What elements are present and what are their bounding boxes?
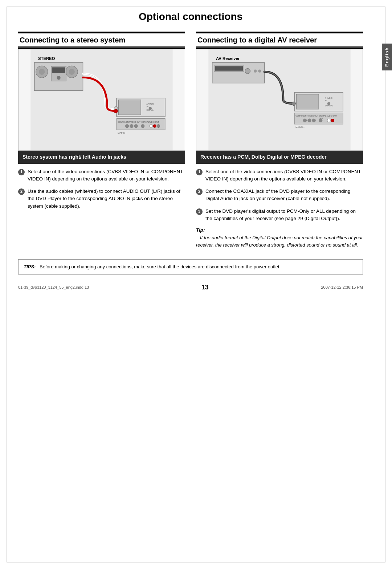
- svg-point-36: [254, 70, 257, 73]
- svg-point-27: [153, 125, 156, 127]
- svg-text:AUDIO OUT: AUDIO OUT: [327, 115, 337, 117]
- stereo-diagram: STEREO A AUDIO: [18, 49, 185, 151]
- svg-rect-8: [52, 67, 65, 73]
- tips-text: Before making or changing any connection…: [40, 264, 281, 269]
- footer-left: 01-39_dvp3120_3124_55_eng2.indd 13: [18, 285, 89, 289]
- right-step-2-text: Connect the COAXIAL jack of the DVD play…: [205, 188, 363, 203]
- svg-point-37: [258, 70, 261, 73]
- left-column: Connecting to a stereo system STEREO: [18, 32, 185, 248]
- svg-text:MAINS ~: MAINS ~: [295, 126, 305, 128]
- svg-rect-18: [117, 118, 165, 130]
- svg-point-28: [157, 125, 160, 127]
- right-step-1-text: Select one of the video connections (CVB…: [205, 168, 363, 183]
- av-diagram-svg: AV Receiver A AUDIO IN COAXIAL: [196, 49, 363, 150]
- svg-text:IN: IN: [325, 99, 327, 102]
- right-step-number-3: 3: [196, 208, 203, 215]
- tips-label: TIPS:: [24, 264, 36, 269]
- right-step-3: 3 Set the DVD player's digital output to…: [196, 208, 363, 223]
- right-callout: Receiver has a PCM, Dolby Digital or MPE…: [196, 151, 363, 164]
- page-number: 13: [201, 284, 209, 291]
- svg-point-4: [39, 69, 45, 75]
- svg-point-22: [134, 124, 138, 128]
- svg-point-21: [130, 124, 133, 128]
- svg-text:COMPONENT VIDEO OUT: COMPONENT VIDEO OUT: [118, 121, 141, 123]
- svg-point-49: [312, 118, 316, 122]
- svg-point-55: [331, 119, 334, 122]
- svg-rect-11: [118, 100, 141, 115]
- left-section-heading: Connecting to a stereo system: [18, 32, 185, 48]
- step-number-1: 1: [18, 169, 25, 175]
- left-step-1: 1 Select one of the video connections (C…: [18, 168, 185, 183]
- svg-text:AUDIO OUT: AUDIO OUT: [149, 121, 159, 123]
- svg-point-52: [319, 118, 322, 122]
- svg-text:MAINS ~: MAINS ~: [118, 131, 127, 134]
- svg-point-9: [57, 76, 60, 80]
- stereo-diagram-svg: STEREO A AUDIO: [19, 49, 185, 150]
- svg-point-26: [150, 125, 152, 127]
- svg-point-44: [292, 102, 295, 105]
- right-section-heading: Connecting to a digital AV receiver: [196, 32, 363, 48]
- right-column: Connecting to a digital AV receiver AV R…: [196, 32, 363, 248]
- svg-text:A AUDIO: A AUDIO: [325, 97, 333, 99]
- right-step-2: 2 Connect the COAXIAL jack of the DVD pl…: [196, 188, 363, 203]
- left-steps: 1 Select one of the video connections (C…: [18, 168, 185, 210]
- svg-point-15: [149, 107, 152, 110]
- left-step-2-text: Use the audio cables (white/red) to conn…: [28, 188, 185, 210]
- av-receiver-diagram: AV Receiver A AUDIO IN COAXIAL: [196, 49, 363, 151]
- footer-right: 2007-12-12 2:36:15 PM: [321, 285, 363, 289]
- left-step-2: 2 Use the audio cables (white/red) to co…: [18, 188, 185, 210]
- language-tab: English: [382, 44, 392, 70]
- svg-text:A AUDIO: A AUDIO: [147, 103, 154, 105]
- tip-section: Tip: – If the audio format of the Digita…: [196, 227, 363, 248]
- left-step-1-text: Select one of the video connections (CVB…: [28, 168, 185, 183]
- main-content: Connecting to a stereo system STEREO: [18, 32, 363, 248]
- bottom-tips-box: TIPS: Before making or changing any conn…: [18, 259, 363, 275]
- tip-title: Tip:: [196, 227, 363, 233]
- left-callout: Stereo system has right/ left Audio In j…: [18, 151, 185, 164]
- svg-text:IN: IN: [147, 106, 148, 108]
- svg-point-6: [69, 69, 74, 75]
- right-step-3-text: Set the DVD player's digital output to P…: [205, 208, 363, 223]
- right-steps: 1 Select one of the video connections (C…: [196, 168, 363, 223]
- svg-rect-39: [296, 94, 319, 109]
- svg-point-48: [307, 118, 311, 122]
- svg-point-20: [125, 124, 129, 128]
- step-number-2: 2: [18, 188, 25, 195]
- svg-point-47: [303, 118, 307, 122]
- svg-text:COAXIAL: COAXIAL: [141, 121, 149, 123]
- right-step-1: 1 Select one of the video connections (C…: [196, 168, 363, 183]
- svg-point-17: [114, 109, 118, 113]
- svg-point-43: [327, 102, 330, 105]
- svg-point-24: [141, 124, 144, 128]
- svg-point-54: [327, 119, 330, 122]
- tip-text: – If the audio format of the Digital Out…: [196, 234, 363, 248]
- svg-text:DIGITAL: DIGITAL: [319, 115, 326, 117]
- svg-text:COMPONENT VIDEO OUT: COMPONENT VIDEO OUT: [295, 115, 319, 117]
- svg-point-35: [245, 69, 250, 74]
- right-step-number-2: 2: [196, 188, 203, 195]
- page-footer: 01-39_dvp3120_3124_55_eng2.indd 13 13 20…: [18, 282, 363, 293]
- right-step-number-1: 1: [196, 169, 203, 175]
- svg-text:AV Receiver: AV Receiver: [216, 56, 240, 61]
- svg-text:STEREO: STEREO: [38, 56, 55, 61]
- page-title: Optional connections: [18, 11, 363, 24]
- svg-rect-34: [215, 66, 243, 70]
